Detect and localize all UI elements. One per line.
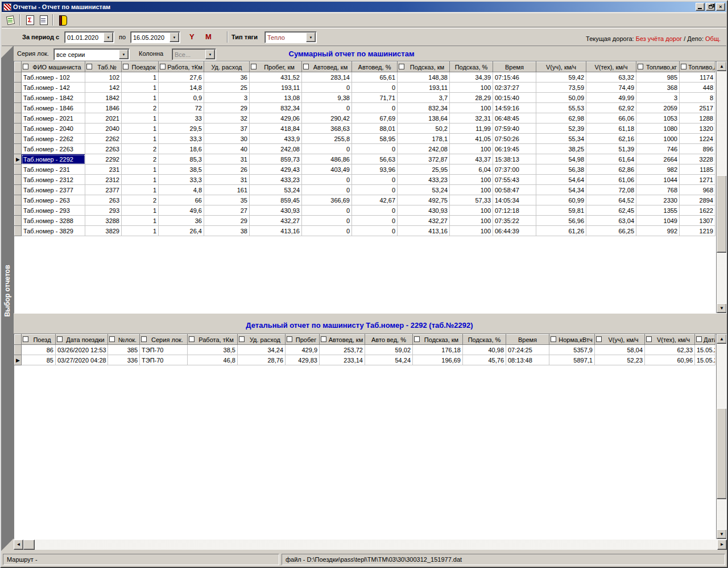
cell[interactable]: 431,52 [250,72,302,83]
column-header[interactable]: Поездок [122,62,159,72]
cell[interactable]: 242,08 [398,144,450,154]
cell[interactable]: 42,67 [352,195,398,205]
cell[interactable]: Таб.номер - 2263 [22,144,85,154]
cell[interactable]: Таб.номер - 102 [22,72,85,83]
cell[interactable]: 06:44:39 [493,226,536,236]
cell[interactable]: 2894 [680,195,715,205]
cell[interactable]: 29 [204,103,250,113]
column-header[interactable]: Уд. расход [238,335,286,345]
cell[interactable]: 859,45 [250,195,302,205]
cell[interactable]: 1355 [636,205,680,216]
column-checkbox[interactable] [239,336,245,342]
cell[interactable]: 36 [159,216,204,226]
cell[interactable]: 07:12:18 [493,205,536,216]
column-header[interactable]: Подсказ, % [450,62,493,72]
cell[interactable]: 28,29 [450,93,493,103]
row-marker[interactable] [15,226,22,236]
row-marker[interactable] [15,103,22,113]
column-checkbox[interactable] [681,64,686,69]
cell[interactable]: 13,08 [250,93,302,103]
restore-button[interactable] [706,3,715,11]
chevron-down-icon[interactable]: ▼ [169,32,179,42]
cell[interactable]: 2 [122,154,159,164]
cell[interactable]: 54,34 [536,185,586,195]
cell[interactable]: 54,24 [365,355,413,365]
cell[interactable]: 51,39 [586,144,636,154]
column-checkbox[interactable] [23,64,28,69]
cell[interactable]: 56,63 [352,154,398,164]
cell[interactable]: 263 [85,195,122,205]
cell[interactable]: 2021 [85,113,122,124]
row-marker[interactable] [15,185,22,195]
cell[interactable]: 100 [450,103,493,113]
cell[interactable]: 832,34 [250,103,302,113]
cell[interactable]: 1 [122,205,159,216]
column-header[interactable]: Топливо,кг [636,62,680,72]
cell[interactable]: 982 [636,164,680,175]
cell[interactable]: 58,04 [595,345,645,355]
cell[interactable]: 8 [680,93,715,103]
cell[interactable]: 62,45 [586,205,636,216]
cell[interactable]: 65,61 [352,72,398,83]
cell[interactable]: 832,34 [398,103,450,113]
cell[interactable]: 29,5 [159,124,204,134]
column-header[interactable]: V(тех), км/ч [645,335,695,345]
month-button[interactable]: M [205,32,212,41]
cell[interactable]: Таб.номер - 263 [22,195,85,205]
cell[interactable]: 5897,1 [549,355,595,365]
cell[interactable]: 1080 [636,124,680,134]
cell[interactable]: 429,83 [286,355,320,365]
cell[interactable]: 56,38 [536,164,586,175]
cell[interactable]: 193,11 [398,83,450,93]
column-header[interactable]: Серия лок. [140,335,188,345]
cell[interactable]: 4,8 [159,185,204,195]
cell[interactable]: 62,86 [586,164,636,175]
row-marker[interactable] [15,195,22,205]
cell[interactable]: 768 [636,185,680,195]
cell[interactable]: 2330 [636,195,680,205]
row-marker[interactable] [15,144,22,154]
cell[interactable]: 14,8 [159,83,204,93]
cell[interactable]: 161 [204,185,250,195]
cell[interactable]: 368 [636,83,680,93]
cell[interactable]: 66,06 [586,113,636,124]
column-header[interactable]: Подсказ, км [413,335,463,345]
cell[interactable]: 66 [159,195,204,205]
column-checkbox[interactable] [23,336,28,342]
cell[interactable]: 0 [302,83,352,93]
cell[interactable]: 9,38 [302,93,352,103]
column-header[interactable]: Автовед, км [302,62,352,72]
scrollbar-thumb[interactable] [717,175,727,253]
column-checkbox[interactable] [414,336,420,342]
cell[interactable]: 1 [122,83,159,93]
column-header[interactable]: V(уч), км/ч [536,62,586,72]
cell[interactable]: 36 [204,72,250,83]
cell[interactable]: 1 [122,113,159,124]
cell[interactable]: 55,53 [536,103,586,113]
cell[interactable]: 1044 [636,175,680,185]
cell[interactable]: 3 [636,93,680,103]
cell[interactable]: 59,02 [365,345,413,355]
cell[interactable]: 0 [302,226,352,236]
cell[interactable]: 62,16 [586,134,636,144]
cell[interactable]: 15.05.2020 [695,355,715,365]
cell[interactable]: 2 [122,103,159,113]
column-checkbox[interactable] [123,64,129,69]
row-marker[interactable] [15,124,22,134]
cell[interactable]: 429,06 [250,113,302,124]
cell[interactable]: 72,08 [586,185,636,195]
row-marker[interactable] [15,134,22,144]
cell[interactable]: 1219 [680,226,715,236]
cell[interactable]: 66,25 [586,226,636,236]
column-header[interactable]: V(уч), км/ч [595,335,645,345]
cell[interactable]: 0 [352,83,398,93]
cell[interactable]: 0 [302,216,352,226]
cell[interactable]: 61,64 [586,154,636,164]
cell[interactable]: 0 [302,185,352,195]
date-from-combobox[interactable]: 01.01.2020 ▼ [64,31,114,43]
column-header[interactable]: Дата [695,335,715,345]
cell[interactable]: 93,96 [352,164,398,175]
column-checkbox[interactable] [551,336,556,342]
cell[interactable]: 3 [204,93,250,103]
scroll-down-button[interactable]: ▼ [717,529,727,539]
